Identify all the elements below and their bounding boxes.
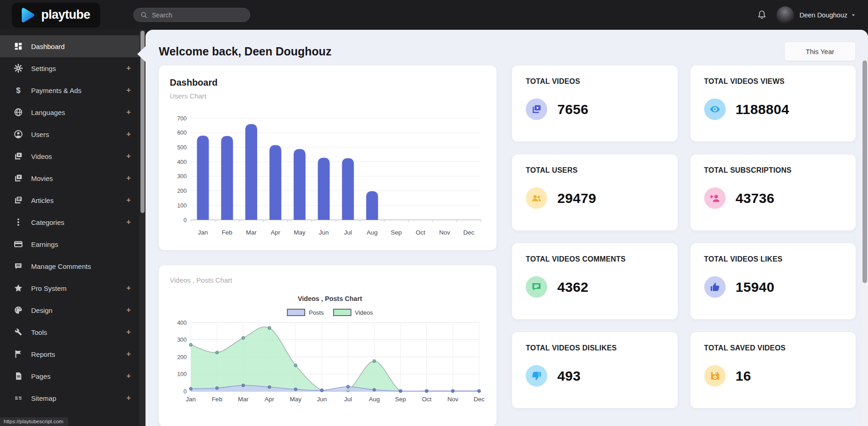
stat-label: TOTAL VIDEOS COMMENTS: [526, 255, 664, 263]
svg-text:Jul: Jul: [344, 229, 352, 236]
sidebar-item-sitemap[interactable]: Sitemap+: [0, 387, 146, 409]
expand-plus-icon[interactable]: +: [126, 393, 131, 403]
stat-card-total-videos: TOTAL VIDEOS7656: [512, 66, 678, 142]
svg-text:Nov: Nov: [439, 229, 450, 236]
stat-value: 7656: [557, 102, 588, 117]
stat-value: 29479: [557, 191, 596, 206]
sidebar-item-settings[interactable]: Settings+: [0, 57, 146, 79]
expand-plus-icon[interactable]: +: [126, 350, 131, 359]
main-scrollbar-thumb[interactable]: [863, 60, 867, 283]
stat-card-total-videos-likes: TOTAL VIDEOS LIKES15940: [690, 243, 856, 319]
sidebar-item-dashboard[interactable]: Dashboard: [0, 35, 146, 57]
sidebar-item-label: Movies: [31, 175, 53, 182]
expand-plus-icon[interactable]: +: [126, 108, 131, 117]
brand-logo[interactable]: playtube: [12, 3, 100, 27]
users-chart-card: Dashboard Users Chart 010020030040050060…: [159, 66, 496, 250]
sidebar-item-manage-comments[interactable]: Manage Comments: [0, 255, 146, 277]
sidebar-item-articles[interactable]: Articles+: [0, 189, 146, 211]
search-bar[interactable]: [133, 8, 250, 22]
main-scrollbar[interactable]: [862, 60, 868, 426]
sidebar-item-label: Videos: [31, 153, 52, 160]
sidebar-item-label: Articles: [31, 197, 54, 204]
sidebar-item-label: Design: [31, 306, 53, 314]
sidebar-item-categories[interactable]: Categories+: [0, 211, 146, 233]
chevron-down-icon[interactable]: [851, 12, 856, 18]
user-name[interactable]: Deen Doughouz: [799, 11, 847, 19]
search-input[interactable]: [152, 11, 243, 19]
videos-posts-chart-card: Videos , Posts Chart Videos , Posts Char…: [159, 265, 496, 426]
sidebar-item-label: Payments & Ads: [31, 87, 81, 94]
topbar: playtube Deen Doughouz: [0, 0, 868, 30]
svg-text:Jan: Jan: [198, 229, 208, 236]
svg-text:400: 400: [177, 320, 187, 326]
sidebar-item-pages[interactable]: Pages+: [0, 365, 146, 387]
sidebar-item-label: Tools: [31, 328, 47, 336]
stat-label: TOTAL VIDEOS DISLIKES: [526, 344, 664, 352]
svg-text:Oct: Oct: [415, 229, 425, 236]
legend-item-posts[interactable]: Posts: [287, 309, 324, 316]
stat-label: TOTAL VIDEOS VIEWS: [704, 77, 842, 86]
active-item-notch: [137, 46, 146, 62]
sidebar-item-label: Dashboard: [31, 43, 65, 50]
legend-label: Videos: [355, 309, 373, 316]
svg-text:Mar: Mar: [238, 396, 249, 403]
expand-plus-icon[interactable]: +: [126, 328, 131, 337]
save-icon: [704, 365, 726, 387]
stat-label: TOTAL VIDEOS: [526, 77, 664, 86]
stat-label: TOTAL VIDEOS LIKES: [704, 255, 842, 263]
expand-plus-icon[interactable]: +: [126, 196, 131, 205]
videos-posts-area-chart: 0100200300400JanFebMarAprMayJunJulAugSep…: [170, 319, 490, 407]
notifications-bell-icon[interactable]: [756, 10, 767, 21]
sidebar-item-payments-ads[interactable]: $Payments & Ads+: [0, 79, 146, 101]
sidebar-item-languages[interactable]: Languages+: [0, 101, 146, 123]
svg-text:Oct: Oct: [422, 396, 431, 403]
card-title: Dashboard: [170, 77, 490, 88]
expand-plus-icon[interactable]: +: [126, 306, 131, 315]
avatar[interactable]: [776, 6, 794, 24]
sidebar-item-earnings[interactable]: Earnings: [0, 233, 146, 255]
sidebar: DashboardSettings+$Payments & Ads+Langua…: [0, 30, 146, 426]
expand-plus-icon[interactable]: +: [126, 152, 131, 161]
sidebar-item-movies[interactable]: Movies+: [0, 167, 146, 189]
card-icon: [14, 240, 23, 249]
sidebar-item-videos[interactable]: Videos+: [0, 145, 146, 167]
stat-card-total-subscriptions: TOTAL SUBSCRIPTIONS43736: [690, 154, 856, 230]
play-logo-icon: [17, 5, 37, 25]
period-filter-button[interactable]: This Year: [784, 42, 856, 61]
svg-text:Aug: Aug: [367, 229, 377, 236]
svg-text:Jun: Jun: [319, 229, 329, 236]
svg-text:100: 100: [177, 202, 187, 209]
svg-text:Feb: Feb: [222, 229, 232, 236]
video-stat-icon: [526, 98, 547, 120]
svg-text:0: 0: [183, 388, 187, 395]
palette-icon: [14, 306, 23, 315]
sidebar-item-design[interactable]: Design+: [0, 299, 146, 321]
expand-plus-icon[interactable]: +: [126, 86, 131, 95]
sidebar-item-pro-system[interactable]: Pro System+: [0, 277, 146, 299]
comment-icon: [14, 262, 23, 271]
wrench-icon: [14, 328, 23, 337]
stat-card-total-videos-views: TOTAL VIDEOS VIEWS1188804: [690, 66, 856, 142]
sidebar-item-reports[interactable]: Reports+: [0, 343, 146, 365]
stat-label: TOTAL SUBSCRIPTIONS: [704, 166, 842, 175]
legend-swatch: [333, 309, 351, 316]
expand-plus-icon[interactable]: +: [126, 284, 131, 293]
svg-text:100: 100: [177, 371, 187, 377]
sidebar-item-label: Pro System: [31, 284, 67, 292]
expand-plus-icon[interactable]: +: [126, 174, 131, 183]
stat-value: 493: [557, 368, 581, 384]
expand-plus-icon[interactable]: +: [126, 130, 131, 139]
sidebar-item-label: Pages: [31, 372, 51, 380]
sidebar-scrollbar[interactable]: [140, 30, 146, 426]
legend-swatch: [287, 309, 305, 316]
page-icon: [14, 371, 23, 381]
stat-value: 43736: [736, 191, 775, 206]
sidebar-item-users[interactable]: Users+: [0, 123, 146, 145]
expand-plus-icon[interactable]: +: [126, 218, 131, 227]
expand-plus-icon[interactable]: +: [126, 371, 131, 381]
legend-item-videos[interactable]: Videos: [333, 309, 373, 316]
svg-text:300: 300: [177, 173, 187, 180]
expand-plus-icon[interactable]: +: [126, 64, 131, 73]
stat-card-total-videos-dislikes: TOTAL VIDEOS DISLIKES493: [512, 332, 678, 408]
sidebar-item-tools[interactable]: Tools+: [0, 321, 146, 343]
